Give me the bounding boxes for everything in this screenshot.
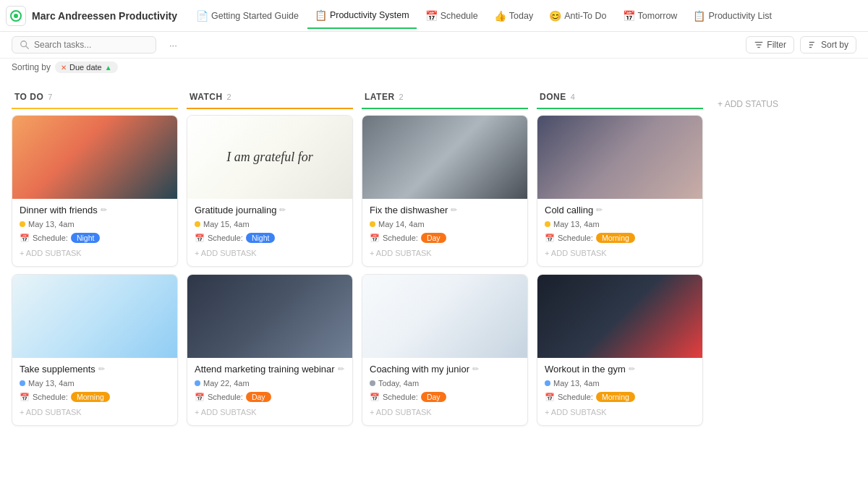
card-gratitude-journaling[interactable]: I am grateful for Gratitude journaling ✏…	[187, 115, 353, 267]
filter-button[interactable]: Filter	[746, 36, 794, 54]
sort-button[interactable]: Sort by	[800, 36, 856, 54]
card-date-take-supplements: May 13, 4am	[20, 379, 170, 388]
tab-productivity-system[interactable]: 📋 Productivity System	[307, 3, 417, 29]
column-count-watch: 2	[227, 93, 232, 101]
column-watch: WATCH 2 I am grateful for Gratitude jour…	[187, 86, 353, 478]
card-title-dishwasher: Fix the dishwasher ✏	[370, 205, 520, 215]
card-fix-dishwasher[interactable]: Fix the dishwasher ✏ May 14, 4am 📅 Sched…	[362, 115, 528, 267]
schedule-badge-cold-calling: Morning	[596, 233, 635, 243]
top-nav: Marc Andreessen Productivity 📄 Getting S…	[0, 0, 868, 32]
card-image-coaching	[362, 275, 527, 358]
tab-anti-todo[interactable]: 😊 Anti-To Do	[542, 3, 613, 29]
schedule-label: Schedule:	[558, 234, 593, 242]
date-text: Today, 4am	[378, 379, 419, 388]
schedule-badge-gratitude: Night	[246, 233, 276, 243]
card-title-dinner-friends: Dinner with friends ✏	[20, 205, 170, 215]
add-status-column: + ADD STATUS	[712, 86, 856, 478]
card-image-dinner-friends	[12, 116, 177, 199]
date-text: May 14, 4am	[378, 220, 425, 228]
card-title-webinar: Attend marketing training webinar ✏	[195, 364, 345, 375]
schedule-label: Schedule:	[383, 393, 418, 401]
card-attend-webinar[interactable]: Attend marketing training webinar ✏ May …	[187, 274, 353, 426]
column-title-done: DONE	[540, 92, 566, 102]
search-icon	[20, 40, 30, 50]
sorting-by-label: Sorting by	[12, 62, 51, 72]
add-subtask-webinar[interactable]: + ADD SUBTASK	[195, 405, 345, 422]
add-subtask-dinner-friends[interactable]: + ADD SUBTASK	[20, 246, 170, 263]
add-subtask-coaching[interactable]: + ADD SUBTASK	[370, 405, 520, 422]
sort-chip-label: Due date	[69, 63, 102, 72]
schedule-label: Schedule:	[558, 393, 593, 401]
search-input[interactable]	[34, 40, 135, 50]
card-schedule-cold-calling: 📅 Schedule: Morning	[545, 233, 695, 243]
schedule-badge-dinner-friends: Night	[71, 233, 101, 243]
card-dinner-friends[interactable]: Dinner with friends ✏ May 13, 4am 📅 Sche…	[12, 115, 178, 267]
search-bar[interactable]	[12, 36, 156, 54]
card-title-gym: Workout in the gym ✏	[545, 364, 695, 375]
grateful-text: I am grateful for	[219, 141, 320, 174]
column-header-todo: TO DO 7	[12, 86, 178, 109]
card-date-dinner-friends: May 13, 4am	[20, 220, 170, 228]
tab-today[interactable]: 👍 Today	[487, 3, 540, 29]
card-image-dishwasher	[362, 116, 527, 199]
add-subtask-gym[interactable]: + ADD SUBTASK	[545, 405, 695, 422]
sort-chip[interactable]: ✕ Due date ▲	[55, 61, 118, 73]
card-title-coaching: Coaching with my junior ✏	[370, 364, 520, 375]
card-title-cold-calling: Cold calling ✏	[545, 205, 695, 215]
sort-icon	[808, 40, 818, 50]
card-take-supplements[interactable]: Take supplements ✏ May 13, 4am 📅 Schedul…	[12, 274, 178, 426]
edit-icon: ✏	[596, 205, 603, 215]
card-date-webinar: May 22, 4am	[195, 379, 345, 388]
sort-chip-arrow: ▲	[105, 64, 112, 72]
column-count-todo: 7	[48, 93, 53, 101]
schedule-badge-dishwasher: Day	[421, 233, 446, 243]
date-text: May 22, 4am	[203, 379, 250, 388]
card-schedule-dishwasher: 📅 Schedule: Day	[370, 233, 520, 243]
schedule-badge-coaching: Day	[421, 392, 446, 402]
schedule-badge-webinar: Day	[246, 392, 271, 402]
date-text: May 13, 4am	[28, 379, 75, 388]
tab-schedule[interactable]: 📅 Schedule	[418, 3, 485, 29]
edit-icon: ✏	[629, 364, 635, 374]
board: TO DO 7 Dinner with friends ✏ May 13, 4a…	[0, 77, 868, 487]
schedule-label: Schedule:	[208, 234, 243, 242]
add-subtask-take-supplements[interactable]: + ADD SUBTASK	[20, 405, 170, 422]
schedule-badge-gym: Morning	[596, 392, 635, 402]
column-header-done: DONE 4	[537, 86, 703, 109]
column-count-later: 2	[399, 93, 404, 101]
column-title-watch: WATCH	[190, 92, 223, 102]
column-title-later: LATER	[365, 92, 395, 102]
card-date-coaching: Today, 4am	[370, 379, 520, 388]
schedule-label: Schedule:	[33, 393, 68, 401]
sort-bar: Sorting by ✕ Due date ▲	[0, 59, 868, 77]
add-status-button[interactable]: + ADD STATUS	[712, 95, 784, 114]
card-schedule-webinar: 📅 Schedule: Day	[195, 392, 345, 402]
card-date-cold-calling: May 13, 4am	[545, 220, 695, 228]
card-image-gratitude: I am grateful for	[187, 116, 352, 199]
edit-icon: ✏	[279, 205, 286, 215]
add-subtask-dishwasher[interactable]: + ADD SUBTASK	[370, 246, 520, 263]
sort-chip-close[interactable]: ✕	[61, 64, 67, 72]
date-text: May 13, 4am	[553, 379, 600, 388]
column-todo: TO DO 7 Dinner with friends ✏ May 13, 4a…	[12, 86, 178, 478]
tab-getting-started[interactable]: 📄 Getting Started Guide	[189, 3, 306, 29]
card-coaching-junior[interactable]: Coaching with my junior ✏ Today, 4am 📅 S…	[362, 274, 528, 426]
tab-productivity-list[interactable]: 📋 Productivity List	[686, 3, 779, 29]
card-image-cold-calling	[537, 116, 702, 199]
date-text: May 15, 4am	[203, 220, 250, 228]
add-subtask-gratitude[interactable]: + ADD SUBTASK	[195, 246, 345, 263]
column-title-todo: TO DO	[14, 92, 43, 102]
edit-icon: ✏	[98, 364, 105, 374]
add-subtask-cold-calling[interactable]: + ADD SUBTASK	[545, 246, 695, 263]
date-text: May 13, 4am	[28, 220, 75, 228]
card-cold-calling[interactable]: Cold calling ✏ May 13, 4am 📅 Schedule: M…	[537, 115, 703, 267]
card-image-take-supplements	[12, 275, 177, 358]
nav-tabs: 📄 Getting Started Guide 📋 Productivity S…	[189, 3, 862, 29]
column-header-watch: WATCH 2	[187, 86, 353, 109]
tab-tomorrow[interactable]: 📅 Tomorrow	[616, 3, 685, 29]
more-options-icon[interactable]: ···	[165, 37, 182, 54]
card-schedule-dinner-friends: 📅 Schedule: Night	[20, 233, 170, 243]
card-workout-gym[interactable]: Workout in the gym ✏ May 13, 4am 📅 Sched…	[537, 274, 703, 426]
schedule-label: Schedule:	[208, 393, 243, 401]
column-header-later: LATER 2	[362, 86, 528, 109]
